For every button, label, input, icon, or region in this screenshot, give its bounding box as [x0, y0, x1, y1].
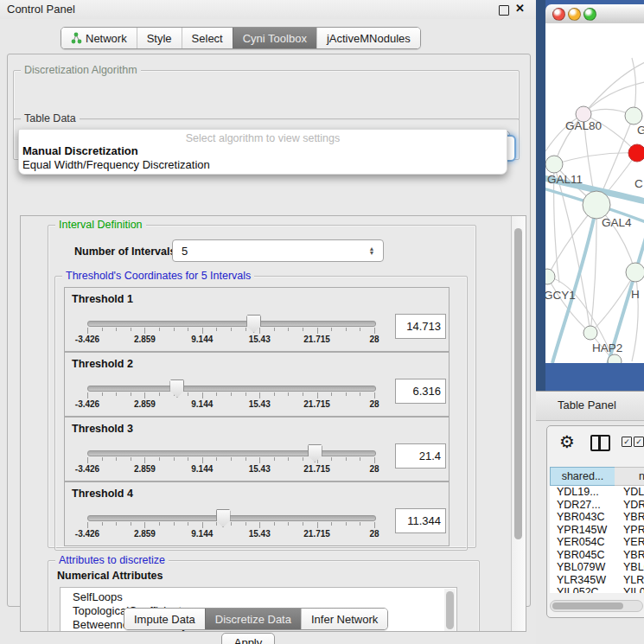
table-row[interactable]: YBR043CYBR0 [550, 511, 644, 524]
checkbox-icon[interactable]: ✓ [622, 437, 632, 447]
slider-tick [116, 522, 117, 526]
cell-shared-name[interactable]: YIL052C [557, 586, 599, 593]
slider-handle[interactable] [308, 444, 322, 462]
cell-shared-name[interactable]: YDR27... [557, 499, 601, 511]
slider-tick-label: 2.859 [134, 399, 156, 409]
table-row[interactable]: YDL19...YDL1 [550, 486, 644, 499]
algorithm-option[interactable]: Equal Width/Frequency Discretization [22, 158, 504, 172]
network-node-label: GAL80 [565, 119, 602, 132]
node-attribute-table[interactable]: shared... na YDL19...YDL1YDR27...YDR2YBR… [550, 467, 644, 593]
table-row[interactable]: YLR345WYLR3 [550, 574, 644, 587]
split-panel-icon[interactable] [590, 435, 610, 451]
slider-tick [245, 457, 246, 461]
slider-handle[interactable] [169, 379, 184, 398]
attributes-scrollbar-thumb[interactable] [446, 591, 454, 629]
float-window-icon[interactable] [499, 5, 509, 16]
cell-shared-name[interactable]: YBR045C [557, 549, 605, 561]
slider-tick [174, 328, 175, 331]
table-row[interactable]: YBR045CYBR0 [550, 549, 644, 562]
tab-select[interactable]: Select [182, 28, 233, 48]
network-node-gal4[interactable] [583, 191, 610, 219]
cell-shared-name[interactable]: YBL079W [557, 561, 605, 573]
network-node-gcy1[interactable] [545, 269, 555, 284]
table-horizontal-scrollbar[interactable] [550, 600, 643, 612]
table-data-group-title: Table Data [21, 112, 80, 124]
slider-track[interactable] [87, 450, 376, 456]
zoom-traffic-light-icon[interactable] [583, 8, 596, 21]
cell-name[interactable]: YBR0 [623, 511, 644, 523]
network-node-gal[interactable] [625, 107, 642, 124]
cell-shared-name[interactable]: YPR145W [557, 524, 607, 536]
slider-track[interactable] [87, 515, 376, 521]
slider-tick [116, 328, 117, 331]
network-node[interactable] [628, 144, 644, 162]
tab-jactivemnodules[interactable]: jActiveMNodules [316, 28, 420, 48]
tab-cyni-toolbox[interactable]: Cyni Toolbox [233, 28, 316, 48]
settings-scroll-viewport: Interval Definition Number of Intervals … [20, 215, 526, 632]
table-row[interactable]: YBL079WYBL0 [550, 561, 644, 574]
cell-name[interactable]: YLR3 [623, 574, 644, 586]
network-canvas[interactable]: GAL80GALGAL11GAL4GCY1HHAP2C [545, 23, 644, 363]
network-node-gal11[interactable] [545, 156, 563, 173]
table-row[interactable]: YER054CYER0 [550, 536, 644, 549]
network-node-h[interactable] [626, 263, 644, 282]
cell-name[interactable]: YER0 [623, 536, 644, 548]
apply-button[interactable]: Apply [221, 633, 275, 644]
cell-name[interactable]: YDR2 [623, 499, 644, 511]
tab-impute-data[interactable]: Impute Data [124, 609, 205, 629]
main-vertical-scrollbar[interactable] [511, 216, 526, 631]
tab-label: Infer Network [311, 613, 378, 626]
cell-shared-name[interactable]: YDL19... [557, 486, 599, 498]
table-hscrollbar-thumb[interactable] [552, 603, 623, 609]
column-header-shared-name[interactable]: shared... [550, 467, 615, 486]
threshold-panel: Threshold 2-3.4262.8599.14415.4321.71528… [64, 352, 450, 417]
network-window-titlebar[interactable] [545, 4, 644, 24]
cell-name[interactable]: YBL0 [623, 561, 644, 573]
algorithm-option[interactable]: Manual Discretization [22, 144, 504, 158]
cell-name[interactable]: YBR0 [623, 549, 644, 561]
table-row[interactable]: YIL052CYIL0 [550, 586, 644, 593]
slider-tick [144, 522, 145, 528]
cell-name[interactable]: YIL0 [623, 586, 644, 593]
tab-label: Cyni Toolbox [243, 32, 307, 45]
slider-tick [303, 392, 303, 396]
network-graph: GAL80GALGAL11GAL4GCY1HHAP2C [545, 23, 644, 363]
slider-tick [274, 392, 275, 396]
cell-shared-name[interactable]: YBR043C [557, 511, 605, 523]
close-traffic-light-icon[interactable] [552, 8, 565, 21]
slider-tick [331, 522, 332, 526]
tab-style[interactable]: Style [137, 28, 182, 48]
column-header-name[interactable]: na [615, 467, 644, 486]
threshold-value-field[interactable]: 21.4 [395, 443, 446, 469]
network-node-hap2[interactable] [583, 326, 597, 340]
threshold-value-field[interactable]: 6.316 [395, 379, 446, 404]
gear-icon[interactable]: ⚙ [559, 431, 575, 452]
cell-name[interactable]: YPR1 [623, 524, 644, 536]
number-of-intervals-combobox[interactable]: 5 ▲▼ [172, 239, 384, 262]
checkbox-icon[interactable]: ✓ [634, 437, 644, 447]
slider-track[interactable] [87, 386, 376, 392]
threshold-value-field[interactable]: 11.344 [395, 508, 446, 533]
algorithm-popup-prompt: Select algorithm to view settings [19, 132, 507, 144]
cell-shared-name[interactable]: YLR345W [557, 574, 606, 586]
tab-network[interactable]: Network [61, 28, 137, 48]
tab-discretize-data[interactable]: Discretize Data [205, 609, 301, 629]
slider-handle[interactable] [216, 509, 231, 527]
slider-tick [216, 457, 217, 461]
slider-track[interactable] [87, 321, 376, 327]
slider-tick [303, 522, 303, 526]
minimize-traffic-light-icon[interactable] [568, 8, 581, 21]
close-icon[interactable]: ✕ [515, 2, 525, 15]
cell-name[interactable]: YDL1 [623, 486, 644, 498]
table-row[interactable]: YPR145WYPR1 [550, 524, 644, 537]
threshold-value-field[interactable]: 14.713 [395, 314, 446, 339]
attributes-scrollbar[interactable] [444, 589, 456, 632]
slider-tick [216, 328, 217, 331]
table-row[interactable]: YDR27...YDR2 [550, 499, 644, 512]
attribute-item[interactable]: SelfLoops [61, 590, 456, 604]
tab-infer-network[interactable]: Infer Network [301, 609, 387, 629]
slider-tick-label: 15.43 [249, 464, 271, 474]
cell-shared-name[interactable]: YER054C [557, 536, 605, 548]
main-scrollbar-thumb[interactable] [514, 228, 522, 539]
slider-tick [331, 392, 332, 396]
